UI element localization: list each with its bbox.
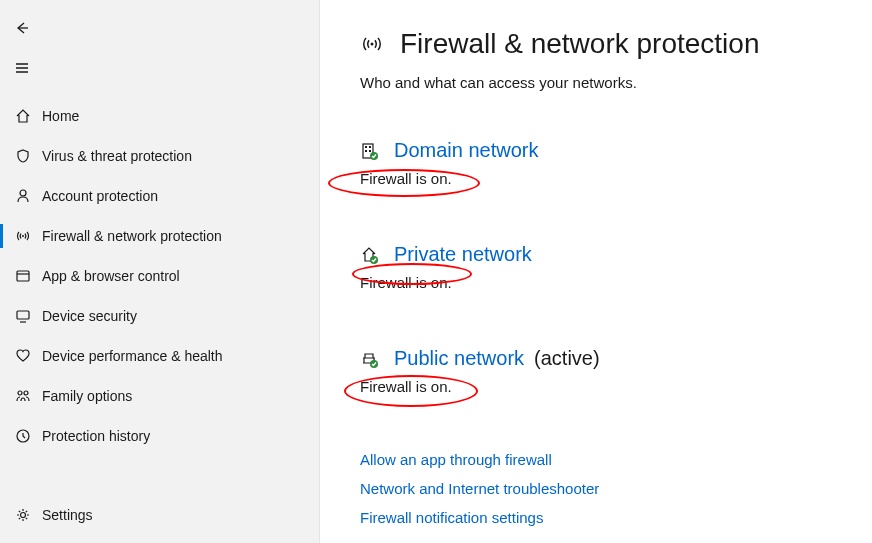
- sidebar-item-label: Protection history: [42, 428, 150, 444]
- svg-point-5: [24, 391, 28, 395]
- troubleshooter-link[interactable]: Network and Internet troubleshooter: [360, 480, 872, 497]
- hamburger-icon: [14, 60, 30, 76]
- shield-icon: [14, 148, 32, 164]
- history-icon: [14, 428, 32, 444]
- arrow-left-icon: [14, 20, 30, 36]
- network-status: Firewall is on.: [360, 170, 872, 187]
- sidebar-item-history[interactable]: Protection history: [0, 416, 319, 456]
- sidebar-item-label: Firewall & network protection: [42, 228, 222, 244]
- private-network-link[interactable]: Private network: [394, 243, 532, 266]
- menu-button[interactable]: [0, 48, 44, 88]
- network-block-private: Private network Firewall is on.: [360, 243, 872, 291]
- notification-settings-link[interactable]: Firewall notification settings: [360, 509, 872, 526]
- svg-point-1: [22, 235, 24, 237]
- family-icon: [14, 388, 32, 404]
- link-list: Allow an app through firewall Network an…: [360, 451, 872, 526]
- bench-check-icon: [360, 349, 380, 369]
- page-subtitle: Who and what can access your networks.: [360, 74, 872, 91]
- heart-pulse-icon: [14, 348, 32, 364]
- sidebar-item-label: Virus & threat protection: [42, 148, 192, 164]
- network-status: Firewall is on.: [360, 378, 872, 395]
- svg-rect-11: [369, 146, 371, 148]
- back-button[interactable]: [0, 8, 44, 48]
- person-icon: [14, 188, 32, 204]
- network-block-public: Public network (active) Firewall is on.: [360, 347, 872, 395]
- page-title: Firewall & network protection: [400, 28, 759, 60]
- public-network-link[interactable]: Public network: [394, 347, 524, 370]
- allow-app-link[interactable]: Allow an app through firewall: [360, 451, 872, 468]
- nav-list: Home Virus & threat protection Account p…: [0, 96, 319, 495]
- svg-point-8: [371, 43, 374, 46]
- sidebar-bottom: Settings: [0, 495, 319, 543]
- page-title-row: Firewall & network protection: [360, 28, 872, 60]
- main-content: Firewall & network protection Who and wh…: [320, 0, 872, 543]
- svg-point-0: [20, 190, 26, 196]
- gear-icon: [14, 507, 32, 523]
- svg-rect-3: [17, 311, 29, 319]
- sidebar-item-label: App & browser control: [42, 268, 180, 284]
- network-block-domain: Domain network Firewall is on.: [360, 139, 872, 187]
- svg-rect-10: [365, 146, 367, 148]
- sidebar-item-device-security[interactable]: Device security: [0, 296, 319, 336]
- svg-rect-13: [369, 150, 371, 152]
- sidebar: Home Virus & threat protection Account p…: [0, 0, 320, 543]
- svg-rect-2: [17, 271, 29, 281]
- building-check-icon: [360, 141, 380, 161]
- domain-network-link[interactable]: Domain network: [394, 139, 539, 162]
- sidebar-item-label: Home: [42, 108, 79, 124]
- home-icon: [14, 108, 32, 124]
- svg-point-7: [21, 513, 26, 518]
- sidebar-item-app-browser[interactable]: App & browser control: [0, 256, 319, 296]
- sidebar-item-label: Settings: [42, 507, 93, 523]
- device-icon: [14, 308, 32, 324]
- sidebar-item-account[interactable]: Account protection: [0, 176, 319, 216]
- active-label: (active): [534, 347, 600, 370]
- sidebar-item-label: Family options: [42, 388, 132, 404]
- svg-rect-12: [365, 150, 367, 152]
- sidebar-item-settings[interactable]: Settings: [0, 495, 319, 535]
- sidebar-item-home[interactable]: Home: [0, 96, 319, 136]
- broadcast-icon: [360, 32, 384, 56]
- sidebar-item-firewall[interactable]: Firewall & network protection: [0, 216, 319, 256]
- sidebar-item-performance[interactable]: Device performance & health: [0, 336, 319, 376]
- sidebar-item-family[interactable]: Family options: [0, 376, 319, 416]
- app-icon: [14, 268, 32, 284]
- sidebar-item-label: Device performance & health: [42, 348, 223, 364]
- sidebar-item-label: Account protection: [42, 188, 158, 204]
- svg-point-4: [18, 391, 22, 395]
- house-check-icon: [360, 245, 380, 265]
- network-status: Firewall is on.: [360, 274, 872, 291]
- broadcast-icon: [14, 228, 32, 244]
- sidebar-item-label: Device security: [42, 308, 137, 324]
- sidebar-item-virus[interactable]: Virus & threat protection: [0, 136, 319, 176]
